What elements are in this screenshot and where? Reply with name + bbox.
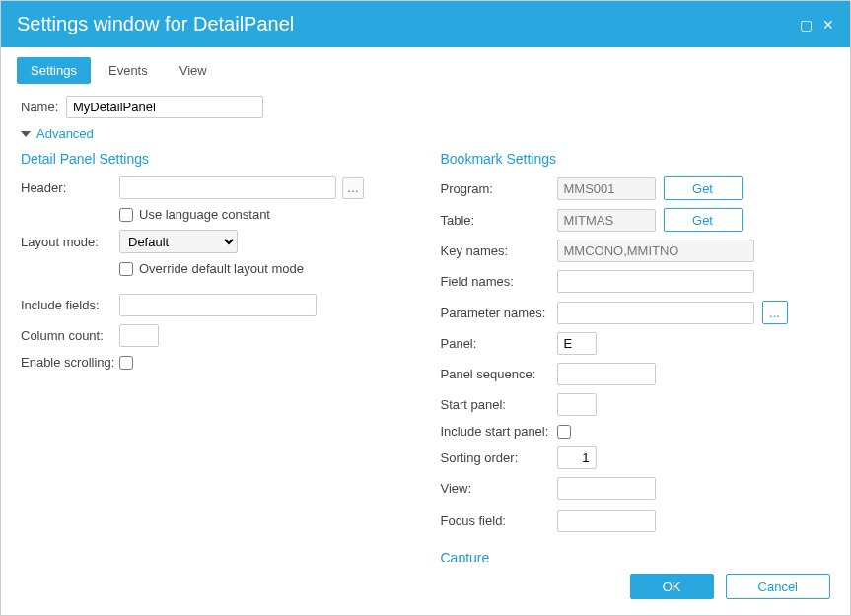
sorting-order-input[interactable] [557, 446, 597, 469]
view-input[interactable] [557, 477, 656, 500]
table-get-button[interactable]: Get [664, 208, 743, 232]
panel-input[interactable] [557, 332, 597, 355]
use-language-constant-checkbox[interactable] [119, 208, 133, 222]
name-input[interactable] [66, 96, 263, 118]
caret-down-icon [21, 131, 31, 137]
view-label: View: [441, 481, 557, 496]
layout-mode-label: Layout mode: [21, 235, 119, 249]
start-panel-label: Start panel: [441, 397, 557, 412]
name-row: Name: [21, 96, 830, 118]
bookmark-section: Bookmark Settings Program: Get Table: Ge… [441, 151, 831, 562]
content-area: Name: Advanced Detail Panel Settings Hea… [1, 84, 850, 562]
close-icon[interactable]: ✕ [822, 17, 834, 33]
field-names-input[interactable] [557, 270, 754, 293]
detail-panel-section: Detail Panel Settings Header: … Use lang… [21, 151, 411, 562]
include-start-panel-checkbox[interactable] [557, 425, 571, 439]
program-label: Program: [441, 181, 557, 196]
focus-field-label: Focus field: [441, 513, 557, 528]
footer: OK Cancel [1, 562, 850, 615]
sorting-order-label: Sorting order: [441, 450, 557, 465]
column-count-input[interactable] [119, 324, 159, 347]
settings-window: Settings window for DetailPanel ▢ ✕ Sett… [0, 0, 851, 616]
layout-mode-select[interactable]: Default [119, 230, 238, 253]
tab-bar: Settings Events View [1, 47, 850, 84]
panel-sequence-input[interactable] [557, 363, 656, 385]
maximize-icon[interactable]: ▢ [800, 17, 813, 33]
program-input[interactable] [557, 177, 656, 200]
include-fields-input[interactable] [119, 294, 317, 316]
parameter-names-label: Parameter names: [441, 306, 557, 320]
enable-scrolling-checkbox[interactable] [119, 356, 133, 370]
enable-scrolling-label: Enable scrolling: [21, 355, 119, 370]
name-label: Name: [21, 100, 66, 114]
header-label: Header: [21, 180, 119, 195]
titlebar: Settings window for DetailPanel ▢ ✕ [1, 1, 850, 47]
advanced-toggle[interactable]: Advanced [21, 126, 830, 141]
key-names-label: Key names: [441, 243, 557, 258]
detail-panel-title: Detail Panel Settings [21, 151, 411, 167]
start-panel-input[interactable] [557, 393, 597, 416]
override-layout-label: Override default layout mode [139, 261, 304, 276]
header-ellipsis-button[interactable]: … [342, 177, 364, 199]
tab-settings[interactable]: Settings [17, 57, 91, 84]
include-fields-label: Include fields: [21, 298, 119, 312]
titlebar-controls: ▢ ✕ [800, 17, 834, 33]
focus-field-input[interactable] [557, 510, 656, 532]
field-names-label: Field names: [441, 274, 557, 289]
panel-sequence-label: Panel sequence: [441, 367, 557, 381]
window-title: Settings window for DetailPanel [17, 13, 294, 35]
program-get-button[interactable]: Get [664, 176, 743, 200]
table-input[interactable] [557, 209, 656, 232]
include-start-panel-label: Include start panel: [441, 424, 557, 439]
cancel-button[interactable]: Cancel [726, 574, 830, 599]
advanced-label: Advanced [36, 126, 94, 141]
tab-view[interactable]: View [166, 57, 221, 84]
panel-label: Panel: [441, 336, 557, 351]
override-layout-checkbox[interactable] [119, 262, 133, 276]
parameter-names-input[interactable] [557, 302, 754, 324]
ok-button[interactable]: OK [630, 574, 714, 599]
tab-events[interactable]: Events [95, 57, 162, 84]
header-input[interactable] [119, 176, 336, 199]
use-language-constant-label: Use language constant [139, 207, 270, 222]
bookmark-title: Bookmark Settings [441, 151, 831, 167]
capture-title: Capture [441, 550, 831, 562]
parameter-names-ellipsis-button[interactable]: ... [762, 301, 788, 324]
columns: Detail Panel Settings Header: … Use lang… [21, 151, 830, 562]
table-label: Table: [441, 213, 557, 228]
column-count-label: Column count: [21, 328, 119, 343]
key-names-input[interactable] [557, 240, 754, 262]
